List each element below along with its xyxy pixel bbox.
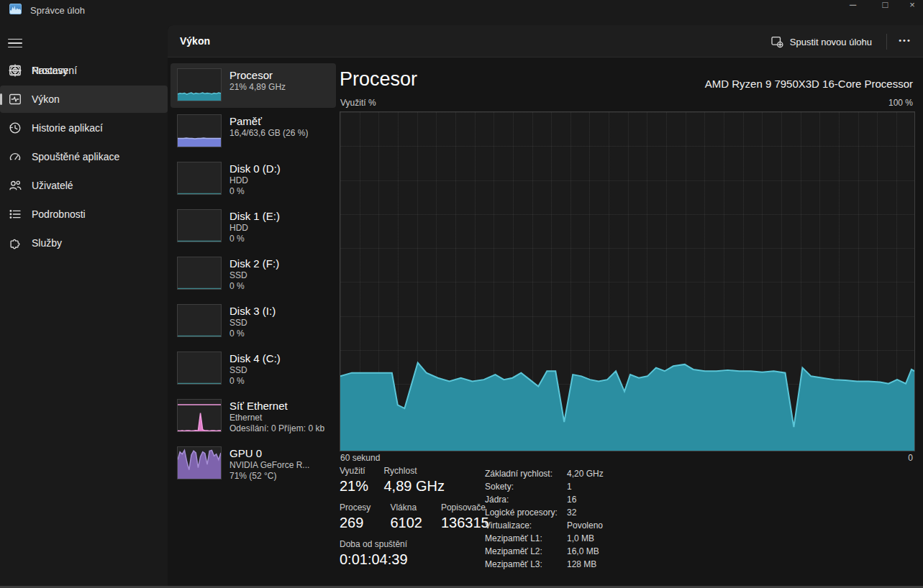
cpu-stats: Využití 21% Rychlost 4,89 GHz Procesy 26… — [340, 466, 496, 576]
title-bar: Správce úloh ─ □ × — [0, 0, 923, 25]
cpu-usage-chart — [340, 111, 915, 451]
cpu-specs: Základní rychlost:4,20 GHz Sokety:1 Jádr… — [485, 467, 604, 571]
card-subtitle: HDD — [229, 223, 280, 234]
sidebar-item-nastaveni[interactable]: Nastavení — [0, 57, 168, 84]
disk3-sparkline — [177, 304, 222, 337]
task-manager-app-icon — [9, 4, 22, 14]
spec-row: Mezipaměť L2:16,0 MB — [485, 545, 604, 558]
page-title: Výkon — [180, 35, 210, 47]
cpu-sparkline — [177, 68, 222, 101]
content-panel: Výkon Spustit novou úlohu ••• Procesor 2… — [168, 25, 923, 588]
menu-icon[interactable] — [4, 32, 26, 54]
card-title: Procesor — [229, 68, 286, 82]
card-subtitle: 0 % — [229, 186, 281, 197]
card-title: GPU 0 — [229, 446, 309, 460]
spec-row: Mezipaměť L1:1,0 MB — [485, 532, 604, 545]
card-subtitle: 0 % — [229, 376, 281, 387]
card-title: Disk 3 (I:) — [229, 304, 276, 318]
run-new-task-label: Spustit novou úlohu — [790, 37, 872, 47]
card-disk0[interactable]: Disk 0 (D:) HDD 0 % — [170, 157, 336, 203]
header-divider — [886, 34, 887, 50]
disk1-sparkline — [177, 209, 222, 242]
stat-handles: Popisovače 136315 — [441, 502, 489, 533]
card-title: Disk 1 (E:) — [229, 209, 280, 223]
card-cpu[interactable]: Procesor 21% 4,89 GHz — [170, 63, 336, 108]
spec-row: Mezipaměť L3:128 MB — [485, 558, 604, 571]
card-subtitle: 71% (52 °C) — [229, 471, 309, 482]
card-title: Paměť — [229, 114, 308, 128]
sidebar-item-label: Nastavení — [32, 65, 77, 76]
card-subtitle: Ethernet — [229, 413, 324, 423]
minimize-button[interactable]: ─ — [837, 0, 869, 16]
memory-sparkline — [177, 114, 222, 147]
card-subtitle: NVIDIA GeForce R... — [229, 460, 309, 471]
stat-processes: Procesy 269 — [340, 502, 380, 533]
window-title: Správce úloh — [30, 5, 85, 16]
chart-y-max-label: 100 % — [888, 98, 913, 108]
card-subtitle: HDD — [229, 175, 281, 186]
detail-title: Procesor — [340, 68, 417, 91]
spec-row: Jádra:16 — [485, 493, 604, 506]
run-new-task-button[interactable]: Spustit novou úlohu — [762, 31, 881, 52]
gear-icon — [8, 63, 22, 78]
stat-uptime: Doba od spuštění 0:01:04:39 — [340, 539, 408, 569]
spec-row: Logické procesory:32 — [485, 506, 604, 519]
card-disk1[interactable]: Disk 1 (E:) HDD 0 % — [170, 204, 336, 250]
network-sparkline — [177, 399, 222, 432]
card-title: Disk 2 (F:) — [229, 257, 279, 270]
card-subtitle: SSD — [229, 270, 279, 281]
card-subtitle: 21% 4,89 GHz — [229, 82, 286, 93]
maximize-button[interactable]: □ — [869, 0, 901, 16]
panel-header: Výkon Spustit novou úlohu ••• — [168, 25, 923, 58]
card-subtitle: Odesílání: 0 Příjem: 0 kb — [229, 423, 324, 434]
chart-x-min-label: 0 — [908, 453, 913, 463]
chart-y-axis-label: Využití % — [340, 98, 376, 108]
card-subtitle: 0 % — [229, 281, 279, 292]
disk0-sparkline — [177, 162, 222, 195]
card-memory[interactable]: Paměť 16,4/63,6 GB (26 %) — [170, 109, 336, 154]
card-subtitle: 0 % — [229, 329, 276, 339]
card-subtitle: SSD — [229, 318, 276, 329]
card-subtitle: SSD — [229, 365, 281, 376]
spec-row: Základní rychlost:4,20 GHz — [485, 467, 604, 480]
cpu-model-name: AMD Ryzen 9 7950X3D 16-Core Processor — [705, 78, 913, 90]
card-disk3[interactable]: Disk 3 (I:) SSD 0 % — [170, 299, 336, 345]
chart-x-axis-label: 60 sekund — [340, 453, 380, 463]
stat-speed: Rychlost 4,89 GHz — [383, 466, 444, 496]
performance-page: Procesor 21% 4,89 GHz Paměť 16,4/63,6 GB… — [168, 58, 923, 587]
card-subtitle: 0 % — [229, 234, 280, 244]
new-task-icon — [770, 35, 783, 48]
gpu-sparkline — [177, 446, 222, 479]
more-options-button[interactable]: ••• — [893, 36, 917, 47]
card-title: Disk 0 (D:) — [229, 162, 281, 175]
stat-threads: Vlákna 6102 — [390, 502, 430, 533]
sidebar: Procesy Výkon Historie aplikací Spouštěn… — [0, 25, 168, 586]
card-disk2[interactable]: Disk 2 (F:) SSD 0 % — [170, 252, 336, 298]
spec-row: Sokety:1 — [485, 480, 604, 493]
disk4-sparkline — [177, 352, 222, 385]
card-network[interactable]: Síť Ethernet Ethernet Odesílání: 0 Příje… — [170, 394, 336, 440]
card-subtitle: 16,4/63,6 GB (26 %) — [229, 128, 308, 139]
spec-row: Virtualizace:Povoleno — [485, 519, 604, 532]
close-button[interactable]: × — [901, 0, 923, 16]
card-title: Disk 4 (C:) — [229, 352, 281, 365]
disk2-sparkline — [177, 257, 222, 290]
card-title: Síť Ethernet — [229, 399, 324, 413]
stat-usage: Využití 21% — [340, 466, 373, 496]
card-disk4[interactable]: Disk 4 (C:) SSD 0 % — [170, 346, 336, 392]
card-gpu[interactable]: GPU 0 NVIDIA GeForce R... 71% (52 °C) — [170, 441, 336, 487]
